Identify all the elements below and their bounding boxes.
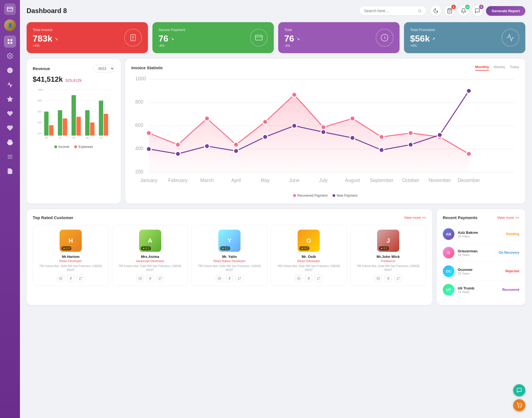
svg-text:July: July — [319, 178, 328, 183]
svg-rect-43 — [90, 122, 94, 135]
invoice-chart-card: Invoice Statistic Monthly Weekly Today 1… — [125, 59, 525, 204]
tab-monthly[interactable]: Monthly — [475, 65, 489, 71]
svg-point-69 — [379, 135, 384, 140]
twitter-icon-4[interactable] — [395, 275, 402, 282]
instagram-icon-3[interactable] — [295, 275, 302, 282]
svg-point-66 — [292, 92, 297, 97]
page-title: Dashboard 8 — [27, 7, 355, 15]
svg-rect-105 — [377, 277, 380, 280]
chat-btn[interactable]: 5 — [472, 6, 483, 16]
stat-trend-invoice: +4% — [33, 44, 124, 48]
svg-rect-42 — [85, 110, 89, 136]
stat-card-invoice: Total invoice 783k ↘ +4% — [27, 22, 148, 53]
generate-report-button[interactable]: Generate Report — [486, 6, 525, 16]
payment-item-3: UT Uli Trumb 24 Years Recovered — [443, 281, 519, 299]
sidebar-item-document[interactable] — [4, 165, 16, 177]
svg-rect-37 — [49, 125, 53, 135]
search-bar[interactable] — [360, 6, 426, 15]
payment-age-2: 24 Years — [458, 272, 502, 275]
payments-list: AB Aziz Bakree 24 Years Pending G Grieze… — [443, 225, 519, 299]
svg-text:08: 08 — [72, 137, 75, 139]
customer-avatar-0: H ★ 4.2 — [60, 230, 82, 252]
customers-grid: H ★ 4.2 Mr.Hariom React Developer 795 Fo… — [33, 225, 426, 286]
stat-icon-payment — [250, 29, 268, 47]
theme-toggle-btn[interactable] — [431, 6, 441, 16]
svg-point-68 — [350, 116, 355, 121]
facebook-icon-4[interactable] — [385, 275, 392, 282]
customer-rating-4: ★ 4.2 — [379, 246, 389, 250]
instagram-icon-4[interactable] — [375, 275, 382, 282]
twitter-icon-2[interactable] — [236, 275, 243, 282]
stat-trend-payment: -4% — [158, 44, 250, 48]
bell-badge: 12 — [465, 5, 470, 9]
svg-text:600: 600 — [38, 110, 42, 113]
payment-info-0: Aziz Bakree 24 Years — [458, 230, 503, 238]
svg-point-63 — [204, 116, 209, 121]
cart-btn[interactable]: 2 — [444, 6, 455, 16]
fab-group — [513, 384, 525, 411]
instagram-icon-2[interactable] — [216, 275, 223, 282]
sidebar-item-settings[interactable] — [4, 50, 16, 62]
svg-point-73 — [146, 147, 151, 152]
svg-point-82 — [408, 142, 413, 147]
new-payment-legend: New Payment — [332, 194, 357, 198]
customer-role-4: Freelancer — [353, 259, 423, 263]
customer-rating-2: ★ 4.2 — [220, 246, 230, 250]
instagram-icon-0[interactable] — [57, 275, 64, 282]
svg-text:800: 800 — [135, 99, 143, 105]
fab-support[interactable] — [513, 384, 525, 396]
avatar[interactable]: 👤 — [4, 19, 16, 31]
svg-rect-36 — [44, 112, 48, 136]
svg-rect-44 — [99, 101, 103, 135]
svg-text:April: April — [231, 178, 241, 183]
payment-avatar-1: G — [443, 247, 454, 258]
payment-item-1: G Griezerman 24 Years On Recovery — [443, 243, 519, 262]
customer-role-3: React Developer — [274, 259, 344, 263]
svg-text:800: 800 — [38, 99, 42, 102]
customers-view-more[interactable]: View more >> — [404, 216, 426, 220]
svg-text:August: August — [345, 178, 360, 183]
svg-point-16 — [418, 9, 421, 12]
customer-socials-0 — [36, 275, 106, 282]
tab-today[interactable]: Today — [510, 65, 519, 71]
sidebar-item-info[interactable] — [4, 64, 16, 76]
customer-socials-4 — [353, 275, 423, 282]
svg-rect-103 — [297, 277, 300, 280]
facebook-icon-0[interactable] — [67, 275, 74, 282]
tab-weekly[interactable]: Weekly — [493, 65, 505, 71]
twitter-icon-0[interactable] — [77, 275, 84, 282]
sidebar-item-dashboard[interactable] — [4, 35, 16, 48]
payment-status-2: Rejected — [505, 269, 519, 273]
sidebar-item-heart-outline[interactable] — [4, 122, 16, 134]
facebook-icon-3[interactable] — [305, 275, 312, 282]
svg-text:November: November — [429, 178, 451, 183]
payment-name-2: Oconner — [458, 268, 502, 272]
customer-card-4: J ★ 4.2 Mr.John Wick Freelancer 795 Fols… — [350, 225, 426, 286]
sidebar-logo[interactable] — [4, 3, 16, 15]
svg-point-80 — [350, 135, 355, 140]
sidebar-item-heart-filled[interactable] — [4, 107, 16, 120]
facebook-icon-2[interactable] — [226, 275, 233, 282]
sidebar-item-menu[interactable] — [4, 151, 16, 163]
year-select[interactable]: 2023 2022 2021 — [93, 65, 115, 72]
facebook-icon-1[interactable] — [147, 275, 154, 282]
twitter-icon-3[interactable] — [315, 275, 322, 282]
fab-cart[interactable] — [513, 399, 525, 411]
customer-name-1: Mrs.Asima — [115, 255, 185, 259]
svg-text:200: 200 — [38, 132, 42, 135]
payment-age-1: 24 Years — [458, 253, 495, 257]
instagram-icon-1[interactable] — [137, 275, 144, 282]
sidebar-item-printer[interactable] — [4, 136, 16, 148]
search-input[interactable] — [364, 9, 416, 13]
sidebar-item-star[interactable] — [4, 93, 16, 105]
payment-info-1: Griezerman 24 Years — [458, 249, 495, 257]
bell-btn[interactable]: 12 — [458, 6, 469, 16]
sidebar-item-analytics[interactable] — [4, 79, 16, 91]
svg-point-72 — [466, 152, 471, 157]
payments-view-more[interactable]: View more >> — [497, 216, 519, 220]
svg-point-77 — [263, 135, 268, 140]
svg-text:06: 06 — [45, 137, 48, 139]
payment-age-0: 24 Years — [458, 235, 503, 238]
twitter-icon-1[interactable] — [157, 275, 164, 282]
payment-info-2: Oconner 24 Years — [458, 268, 502, 275]
